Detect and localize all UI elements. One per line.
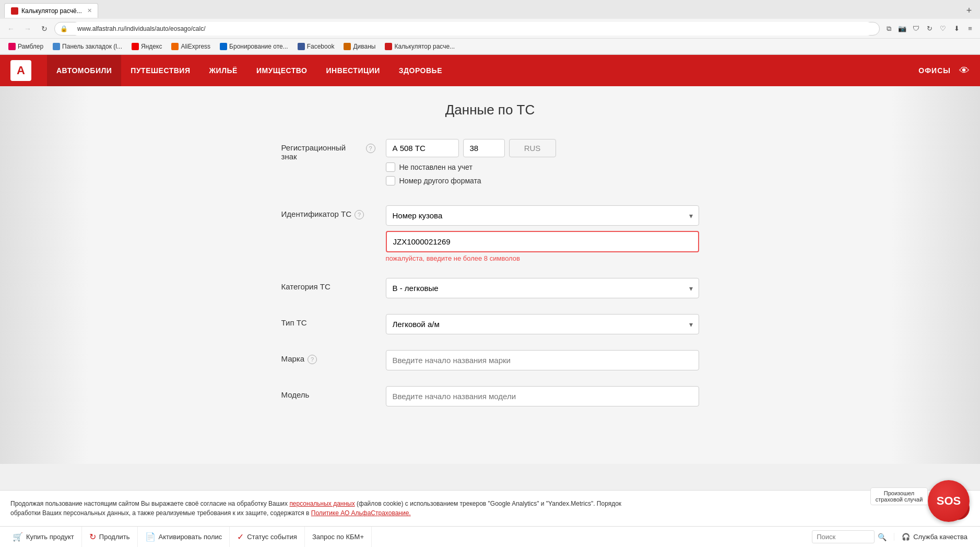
nav-imushestvo[interactable]: ИМУЩЕСТВО (247, 55, 317, 86)
extensions-btn[interactable]: ⧉ (883, 23, 894, 34)
form-row-model: Модель (281, 386, 699, 406)
bookmark-favicon (385, 43, 392, 50)
download-btn[interactable]: ⬇ (951, 23, 962, 34)
form-row-type: Тип ТС Легковой а/м Грузовой Автобус (281, 314, 699, 334)
model-input[interactable] (386, 386, 699, 406)
other-format-row: Номер другого формата (386, 176, 699, 185)
category-select-wrapper: В - легковые A C D (386, 278, 699, 298)
page-title: Данные по ТС (10, 102, 970, 118)
bookmark-favicon (132, 43, 139, 50)
browser-nav: ← → ↻ 🔒 ⧉ 📷 🛡 ↻ ♡ ⬇ ≡ (0, 19, 980, 39)
menu-btn[interactable]: ≡ (964, 23, 976, 34)
bookmark-favicon (220, 43, 227, 50)
bookmark-label: Facebook (307, 43, 335, 50)
bookmark-label: Рамблер (18, 43, 43, 50)
nav-zdorove[interactable]: ЗДОРОВЬЕ (389, 55, 452, 86)
site-logo[interactable]: А (10, 60, 31, 81)
nav-zhilye[interactable]: ЖИЛЬЁ (199, 55, 246, 86)
reg-plate-country-input (509, 139, 556, 157)
identifier-input[interactable] (386, 231, 699, 252)
browser-chrome: Калькулятор расчё... ✕ + ← → ↻ 🔒 ⧉ 📷 🛡 ↻… (0, 0, 980, 55)
reg-plate-main-input[interactable] (386, 139, 459, 157)
nav-avtomobili[interactable]: АВТОМОБИЛИ (47, 55, 121, 86)
brand-fields (386, 350, 699, 370)
identifier-fields: Номер кузова пожалуйста, введите не боле… (386, 205, 699, 262)
tab-label: Калькулятор расчё... (21, 7, 82, 15)
reg-number-help-icon[interactable]: ? (366, 144, 375, 153)
identifier-label: Идентификатор ТС ? (281, 205, 386, 219)
nav-puteshestviya[interactable]: ПУТЕШЕСТВИЯ (121, 55, 199, 86)
bookmarks-bar: Рамблер Панель закладок (l... Яндекс Ali… (0, 39, 980, 54)
other-format-label: Номер другого формата (399, 177, 481, 185)
not-registered-label: Не поставлен на учет (399, 163, 473, 171)
tab-favicon (11, 7, 18, 15)
bookmark-rambler[interactable]: Рамблер (4, 42, 48, 51)
reg-number-label: Регистрационный знак ? (281, 139, 386, 161)
category-label: Категория ТС (281, 278, 386, 291)
browser-tab-active[interactable]: Калькулятор расчё... ✕ (4, 3, 98, 18)
not-registered-checkbox[interactable] (386, 162, 395, 172)
form-row-reg-number: Регистрационный знак ? Не поставлен на у… (281, 139, 699, 190)
main-content: Данные по ТС Регистрационный знак ? (0, 86, 980, 464)
category-select[interactable]: В - легковые A C D (386, 278, 699, 298)
screenshot-btn[interactable]: 📷 (896, 23, 908, 34)
browser-nav-icons: ⧉ 📷 🛡 ↻ ♡ ⬇ ≡ (883, 23, 976, 34)
type-label: Тип ТС (281, 314, 386, 327)
type-select-wrapper: Легковой а/м Грузовой Автобус (386, 314, 699, 334)
heart-btn[interactable]: ♡ (937, 23, 949, 34)
brand-label: Марка ? (281, 350, 386, 364)
bookmark-label: Диваны (353, 43, 375, 50)
form-row-category: Категория ТС В - легковые A C D (281, 278, 699, 298)
bookmark-label: Бронирование оте... (229, 43, 288, 50)
bookmark-label: Калькулятор расче... (394, 43, 455, 50)
reload-btn[interactable]: ↻ (38, 22, 51, 36)
bookmark-facebook[interactable]: Facebook (293, 42, 339, 51)
identifier-select[interactable]: Номер кузова (386, 205, 699, 226)
site-header: А АВТОМОБИЛИ ПУТЕШЕСТВИЯ ЖИЛЬЁ ИМУЩЕСТВО… (0, 55, 980, 86)
eye-icon[interactable]: 👁 (959, 65, 970, 77)
reg-plate-region-input[interactable] (463, 139, 505, 157)
form-container: Регистрационный знак ? Не поставлен на у… (281, 139, 699, 406)
brand-input[interactable] (386, 350, 699, 370)
site-nav: АВТОМОБИЛИ ПУТЕШЕСТВИЯ ЖИЛЬЁ ИМУЩЕСТВО И… (47, 55, 918, 86)
identifier-help-icon[interactable]: ? (355, 210, 364, 219)
back-btn[interactable]: ← (4, 22, 18, 36)
not-registered-row: Не поставлен на учет (386, 162, 699, 172)
sync-btn[interactable]: ↻ (924, 23, 935, 34)
address-input[interactable] (71, 22, 874, 36)
identifier-input-wrapper: пожалуйста, введите не более 8 символов (386, 231, 699, 262)
bookmark-calc[interactable]: Калькулятор расче... (381, 42, 459, 51)
model-fields (386, 386, 699, 406)
bookmark-favicon (344, 43, 351, 50)
bookmark-label: Яндекс (141, 43, 162, 50)
identifier-select-wrapper: Номер кузова (386, 205, 699, 226)
content-wrapper: Данные по ТС Регистрационный знак ? (0, 86, 980, 464)
identifier-error: пожалуйста, введите не более 8 символов (386, 254, 699, 262)
bookmark-divany[interactable]: Диваны (339, 42, 380, 51)
lock-icon: 🔒 (60, 25, 68, 32)
nav-investicii[interactable]: ИНВЕСТИЦИИ (316, 55, 389, 86)
bookmark-panel[interactable]: Панель закладок (l... (49, 42, 126, 51)
bookmark-favicon (53, 43, 60, 50)
bookmark-favicon (298, 43, 305, 50)
forward-btn[interactable]: → (21, 22, 34, 36)
category-fields: В - легковые A C D (386, 278, 699, 298)
reg-number-fields: Не поставлен на учет Номер другого форма… (386, 139, 699, 190)
type-fields: Легковой а/м Грузовой Автобус (386, 314, 699, 334)
bookmark-favicon (8, 43, 16, 50)
shield-btn[interactable]: 🛡 (910, 23, 922, 34)
new-tab-btn[interactable]: + (962, 4, 976, 17)
type-select[interactable]: Легковой а/м Грузовой Автобус (386, 314, 699, 334)
tab-close[interactable]: ✕ (87, 7, 92, 14)
bookmark-aliexpress[interactable]: AliExpress (167, 42, 215, 51)
form-row-identifier: Идентификатор ТС ? Номер кузова пожалуйс… (281, 205, 699, 262)
other-format-checkbox[interactable] (386, 176, 395, 185)
bookmark-label: AliExpress (181, 43, 210, 50)
model-label: Модель (281, 386, 386, 399)
brand-help-icon[interactable]: ? (308, 355, 317, 364)
offices-link[interactable]: ОФИСЫ (918, 66, 951, 75)
bookmark-booking[interactable]: Бронирование оте... (216, 42, 292, 51)
bookmark-yandex[interactable]: Яндекс (127, 42, 166, 51)
reg-number-input-group (386, 139, 699, 157)
bookmark-label: Панель закладок (l... (62, 43, 122, 50)
